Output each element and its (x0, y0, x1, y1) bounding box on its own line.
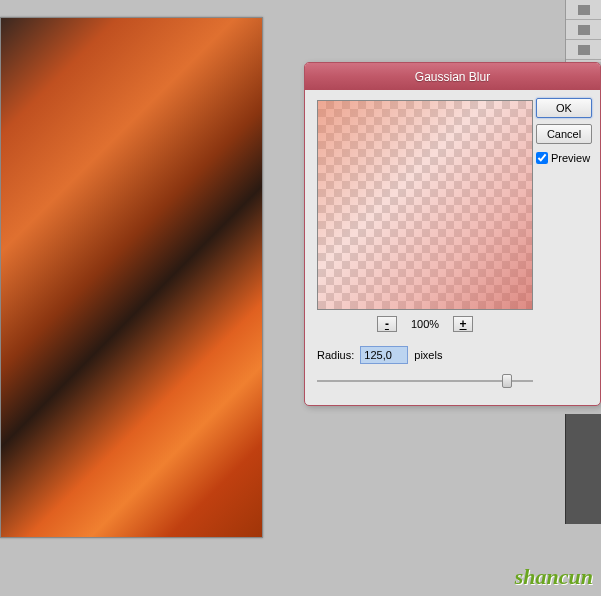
minimized-panel[interactable] (565, 414, 601, 524)
cancel-button[interactable]: Cancel (536, 124, 592, 144)
preview-checkbox[interactable] (536, 152, 548, 164)
radius-unit: pixels (414, 349, 442, 361)
radius-input[interactable] (360, 346, 408, 364)
dialog-buttons: OK Cancel Preview (536, 98, 592, 164)
panel-icon[interactable] (578, 25, 590, 35)
dialog-title: Gaussian Blur (415, 70, 490, 84)
canvas-image (1, 18, 262, 537)
swatches-icon[interactable] (578, 5, 590, 15)
play-icon[interactable] (578, 45, 590, 55)
zoom-controls: - 100% + (317, 316, 533, 332)
right-tool-panel (565, 0, 601, 62)
watermark-text: shancun (515, 564, 593, 589)
preview-checkbox-label: Preview (551, 152, 590, 164)
radius-label: Radius: (317, 349, 354, 361)
ok-button[interactable]: OK (536, 98, 592, 118)
zoom-in-button[interactable]: + (453, 316, 473, 332)
dialog-body: - 100% + Radius: pixels OK Cancel Previe… (305, 90, 600, 405)
zoom-out-button[interactable]: - (377, 316, 397, 332)
preview-checkbox-row[interactable]: Preview (536, 152, 592, 164)
radius-row: Radius: pixels (317, 346, 588, 364)
radius-slider[interactable] (317, 374, 533, 388)
preview-box[interactable] (317, 100, 533, 310)
watermark: shancun (515, 564, 593, 590)
preview-content (318, 101, 532, 309)
zoom-value: 100% (411, 318, 439, 330)
document-canvas[interactable] (0, 17, 263, 538)
dialog-titlebar[interactable]: Gaussian Blur (305, 63, 600, 90)
slider-track (317, 380, 533, 382)
gaussian-blur-dialog: Gaussian Blur - 100% + Radius: pixels OK… (304, 62, 601, 406)
slider-thumb[interactable] (502, 374, 512, 388)
